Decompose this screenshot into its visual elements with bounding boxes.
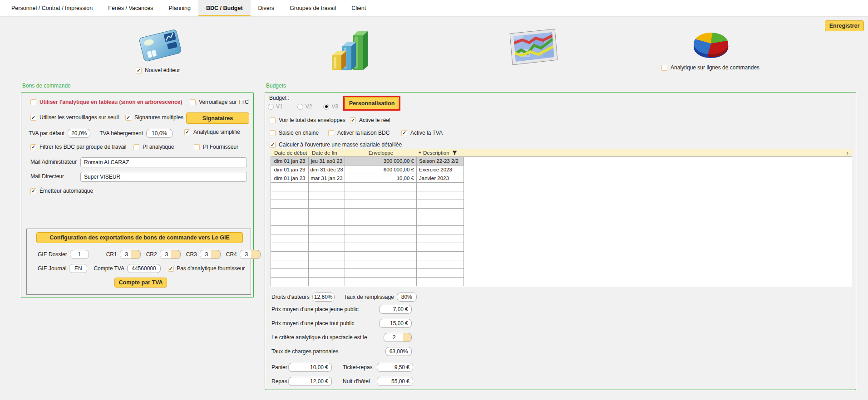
tab-client[interactable]: Client	[344, 0, 374, 16]
droits-auteurs-field[interactable]: 12,60%	[312, 293, 335, 302]
tab-personnel-contrat-impression[interactable]: Personnel / Contrat / Impression	[4, 0, 100, 16]
col-header-description[interactable]: Description	[417, 150, 464, 156]
nuit-hotel-field[interactable]: 55,00 €	[377, 377, 413, 386]
tab-divers[interactable]: Divers	[251, 0, 282, 16]
pas-analytique-checkbox[interactable]	[168, 266, 174, 272]
compte-tva-field[interactable]: 44560000	[127, 264, 161, 273]
pi-analytique-checkbox[interactable]	[133, 144, 139, 150]
col-header-enveloppe[interactable]: Enveloppe	[345, 150, 417, 156]
tab-feries-vacances[interactable]: Fériés / Vacances	[100, 0, 161, 16]
table-row[interactable]: dim 01 jan 23mar 31 jan 2310,00 €Janvier…	[271, 174, 852, 183]
nouvel-editeur-checkbox[interactable]	[136, 68, 142, 73]
table-row[interactable]: dim 01 jan 23dim 31 déc 23600 000,00 €Ex…	[271, 166, 852, 174]
verrouillages-seuil-label: Utiliser les verrouillages sur seuil	[39, 114, 119, 121]
col-header-date-fin[interactable]: Date de fin	[309, 150, 345, 156]
header-scroll-right-icon[interactable]: ›	[846, 149, 848, 156]
active-reel-checkbox[interactable]	[350, 117, 356, 123]
pi-fournisseur-checkbox[interactable]	[194, 144, 200, 150]
table-row[interactable]	[271, 191, 852, 200]
tva-hebergement-field[interactable]: 10,0%	[146, 129, 173, 138]
table-row[interactable]	[271, 209, 852, 217]
nuit-hotel-row: Nuit d'hôtel	[343, 378, 370, 385]
saisie-chaine-checkbox[interactable]	[270, 130, 276, 136]
active-tva-option: Active la TVA	[401, 130, 443, 136]
active-reel-label: Active le réel	[359, 117, 390, 123]
personnalisation-button[interactable]: Personnalisation	[345, 97, 399, 109]
repas-field[interactable]: 12,00 €	[288, 377, 332, 386]
analytique-tableau-checkbox[interactable]	[30, 99, 36, 105]
table-row[interactable]	[271, 260, 852, 269]
table-row[interactable]	[271, 217, 852, 226]
budget-table-header[interactable]: Date de début Date de fin Enveloppe ÷ De…	[271, 149, 852, 157]
compte-par-tva-button[interactable]: Compte par TVA	[114, 278, 167, 288]
cr2-field[interactable]: 3	[160, 250, 181, 259]
cr4-label: CR4	[226, 251, 237, 258]
gie-journal-field[interactable]: EN	[69, 264, 87, 273]
sort-icon[interactable]: ÷	[419, 150, 421, 155]
radio-v1[interactable]	[268, 104, 274, 110]
critere-field[interactable]: 2	[384, 333, 412, 342]
radio-v2[interactable]	[297, 104, 303, 110]
tab-groupes-de-travail[interactable]: Groupes de travail	[282, 0, 344, 16]
voir-total-option: Voir le total des enveloppes	[270, 117, 345, 123]
cr1-field[interactable]: 3	[120, 250, 141, 259]
emetteur-auto-label: Émetteur automatique	[39, 188, 93, 194]
tab-planning[interactable]: Planning	[161, 0, 198, 16]
tva-defaut-field[interactable]: 20,0%	[68, 129, 90, 138]
table-row[interactable]	[271, 183, 852, 191]
repas-row: Repas	[271, 378, 287, 385]
analytique-simplifie-option: Analytique simplifié	[184, 129, 240, 135]
ticket-repas-field[interactable]: 9,50 €	[377, 363, 413, 372]
emetteur-auto-checkbox[interactable]	[30, 188, 36, 194]
analytique-lignes-checkbox[interactable]	[661, 65, 667, 71]
mail-admin-input[interactable]: Romain ALCARAZ	[80, 157, 247, 167]
signatures-multiples-checkbox[interactable]	[125, 115, 131, 121]
save-button[interactable]: Enregistrer	[825, 20, 864, 31]
table-row[interactable]	[271, 226, 852, 234]
prix-tout-row: Prix moyen d'une place tout public	[271, 320, 354, 327]
verrouillage-ttc-checkbox[interactable]	[190, 99, 196, 105]
voir-total-label: Voir le total des enveloppes	[279, 117, 345, 123]
liaison-bdc-checkbox[interactable]	[328, 130, 334, 136]
tva-defaut-label: TVA par défaut	[29, 130, 64, 137]
prix-jeune-field[interactable]: 7,00 €	[379, 305, 412, 314]
prix-tout-field[interactable]: 15,00 €	[379, 319, 412, 328]
charges-field[interactable]: 63,00%	[385, 347, 412, 356]
budgets-title: Budgets	[266, 83, 286, 89]
radio-v3[interactable]	[323, 104, 329, 110]
active-tva-checkbox[interactable]	[401, 130, 407, 136]
table-row[interactable]	[271, 234, 852, 243]
gie-dossier-field[interactable]: 1	[70, 250, 89, 259]
analytique-lignes-label: Analytique sur lignes de commandes	[671, 64, 760, 71]
charges-row: Taux de charges patronales	[271, 348, 338, 355]
tab-bdc-budget[interactable]: BDC / Budget	[198, 0, 251, 16]
panier-field[interactable]: 10,00 €	[288, 363, 332, 372]
filtrer-bdc-option: Filtrer les BDC par groupe de travail	[30, 144, 126, 150]
mail-directeur-row: Mail Directeur	[30, 173, 64, 180]
prix-jeune-label: Prix moyen d'une place jeune public	[271, 306, 359, 312]
filter-funnel-icon[interactable]	[452, 151, 457, 156]
cr4-field[interactable]: 3	[240, 250, 261, 259]
radio-v1-label: V1	[276, 103, 283, 110]
verrouillages-seuil-checkbox[interactable]	[30, 115, 36, 121]
gie-config-button[interactable]: Configuration des exportations de bons d…	[36, 232, 243, 243]
table-row[interactable]	[271, 269, 852, 278]
table-row[interactable]	[271, 200, 852, 209]
table-row[interactable]	[271, 278, 852, 286]
taux-remplissage-field[interactable]: 80%	[397, 293, 417, 302]
table-row[interactable]	[271, 252, 852, 260]
gie-dossier-row: GIE Dossier 1 CR1 3 CR2 3 CR3 3 CR4 3	[38, 250, 261, 259]
filtrer-bdc-checkbox[interactable]	[30, 144, 36, 150]
table-row[interactable]: dim 01 jan 23jeu 31 aoû 23300 000,00 €Sa…	[271, 157, 852, 166]
cr3-field[interactable]: 3	[200, 250, 221, 259]
masse-salariale-checkbox[interactable]	[270, 142, 276, 148]
tva-defaut-row: TVA par défaut 20,0% TVA hébergement 10,…	[29, 129, 173, 138]
voir-total-checkbox[interactable]	[270, 117, 276, 123]
mail-directeur-input[interactable]: Super VISEUR	[80, 172, 247, 182]
table-row[interactable]	[271, 243, 852, 252]
analytique-simplifie-checkbox[interactable]	[184, 129, 190, 135]
bons-de-commande-panel: Utiliser l'analytique en tableau (sinon …	[21, 92, 254, 298]
signataires-button[interactable]: Signataires	[186, 112, 249, 124]
pi-analytique-label: PI analytique	[143, 144, 174, 150]
col-header-date-debut[interactable]: Date de début	[271, 150, 309, 156]
